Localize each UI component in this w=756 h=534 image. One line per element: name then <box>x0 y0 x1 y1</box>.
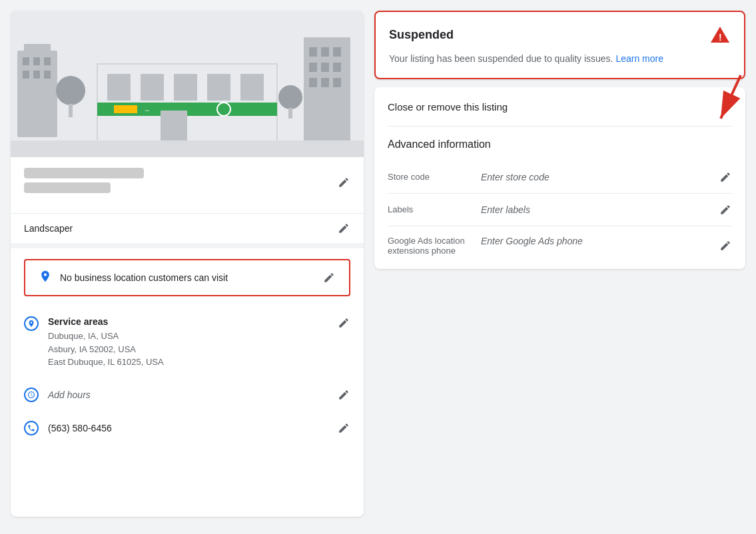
svg-rect-8 <box>44 71 51 79</box>
svg-rect-12 <box>333 47 341 57</box>
svg-rect-18 <box>333 78 341 87</box>
suspended-body: Your listing has been suspended due to q… <box>389 52 731 66</box>
learn-more-link[interactable]: Learn more <box>615 53 663 64</box>
service-areas-row: Service areas Dubuque, IA, USA Asbury, I… <box>11 307 364 378</box>
close-listing-row[interactable]: Close or remove this listing ∨ <box>374 87 745 126</box>
add-hours-row: Add hours <box>11 378 364 411</box>
clock-icon <box>24 388 39 402</box>
svg-text:!: ! <box>719 32 722 43</box>
svg-rect-29 <box>240 74 264 101</box>
right-panel: Suspended ! Your listing has been suspen… <box>374 11 745 517</box>
section-divider <box>11 243 364 248</box>
phone-edit-button[interactable] <box>337 421 350 435</box>
warning-icon: ! <box>709 24 731 45</box>
location-row: No business location customers can visit <box>24 259 350 296</box>
svg-rect-25 <box>107 74 131 101</box>
hero-illustration: ～ <box>11 11 364 157</box>
svg-point-33 <box>217 103 230 116</box>
chevron-down-icon: ∨ <box>723 99 732 114</box>
google-ads-phone-left: Google Ads location extensions phone Ent… <box>388 236 583 256</box>
store-code-row: Store code Enter store code <box>388 161 732 194</box>
svg-rect-22 <box>288 108 292 119</box>
category-label: Landscaper <box>24 223 73 234</box>
blurred-name-line2 <box>24 182 111 193</box>
svg-rect-14 <box>321 63 329 72</box>
suspended-title: Suspended <box>389 28 454 42</box>
svg-rect-10 <box>309 47 317 57</box>
svg-rect-5 <box>44 57 51 65</box>
blurred-name-line1 <box>24 168 144 178</box>
service-areas-edit-button[interactable] <box>337 316 350 330</box>
phone-inner: (563) 580-6456 <box>24 421 112 435</box>
google-ads-phone-value: Enter Google Ads phone <box>481 236 583 256</box>
info-panel: Close or remove this listing ∨ Advanced … <box>374 87 745 269</box>
suspended-card: Suspended ! Your listing has been suspen… <box>374 11 745 79</box>
svg-rect-26 <box>141 74 164 101</box>
business-name-row <box>24 168 350 197</box>
google-ads-phone-label: Google Ads location extensions phone <box>388 236 481 256</box>
business-name-blurred <box>24 168 144 197</box>
suspended-text: Your listing has been suspended due to q… <box>389 53 613 64</box>
svg-rect-31 <box>114 105 137 113</box>
labels-edit-button[interactable] <box>719 203 732 216</box>
svg-rect-34 <box>11 140 364 157</box>
close-listing-label: Close or remove this listing <box>388 101 508 113</box>
labels-label: Labels <box>388 204 481 215</box>
service-area-icon <box>24 316 39 331</box>
location-edit-button[interactable] <box>322 271 336 284</box>
svg-rect-3 <box>23 57 29 65</box>
phone-row: (563) 580-6456 <box>11 411 364 445</box>
phone-number: (563) 580-6456 <box>48 423 112 433</box>
svg-rect-27 <box>174 74 197 101</box>
svg-rect-28 <box>207 74 230 101</box>
svg-rect-17 <box>321 78 329 87</box>
phone-icon <box>24 421 39 435</box>
business-info-section <box>11 157 364 213</box>
suspended-header: Suspended ! <box>389 24 731 45</box>
advanced-info-title: Advanced information <box>388 138 732 150</box>
svg-point-19 <box>56 76 85 105</box>
labels-left: Labels Enter labels <box>388 204 530 215</box>
store-code-value: Enter store code <box>481 172 550 182</box>
svg-rect-20 <box>69 104 73 117</box>
svg-point-21 <box>278 85 302 109</box>
store-code-left: Store code Enter store code <box>388 172 550 182</box>
store-code-edit-button[interactable] <box>719 170 732 184</box>
business-name-edit-button[interactable] <box>337 176 350 189</box>
service-areas-inner: Service areas Dubuque, IA, USA Asbury, I… <box>24 316 164 369</box>
store-code-label: Store code <box>388 172 481 182</box>
service-area-1: Dubuque, IA, USA <box>48 330 164 343</box>
google-ads-phone-row: Google Ads location extensions phone Ent… <box>388 226 732 269</box>
svg-rect-2 <box>24 44 51 57</box>
location-text: No business location customers can visit <box>60 272 228 283</box>
advanced-information-section: Advanced information Store code Enter st… <box>374 127 745 269</box>
hours-inner: Add hours <box>24 388 91 402</box>
svg-rect-4 <box>33 57 40 65</box>
service-area-3: East Dubuque, IL 61025, USA <box>48 356 164 369</box>
labels-row: Labels Enter labels <box>388 194 732 226</box>
category-edit-button[interactable] <box>337 222 350 235</box>
svg-rect-15 <box>333 63 341 72</box>
svg-rect-13 <box>309 63 317 72</box>
svg-rect-11 <box>321 47 329 57</box>
svg-rect-16 <box>309 78 317 87</box>
google-ads-phone-edit-button[interactable] <box>719 239 732 252</box>
labels-value: Enter labels <box>481 204 530 215</box>
svg-rect-7 <box>33 71 40 79</box>
service-areas-content: Service areas Dubuque, IA, USA Asbury, I… <box>48 316 164 369</box>
add-hours-label: Add hours <box>48 390 91 400</box>
location-row-inner: No business location customers can visit <box>39 270 228 286</box>
left-panel: ～ Landscaper <box>11 11 364 517</box>
service-areas-title: Service areas <box>48 316 164 327</box>
svg-text:～: ～ <box>144 107 151 114</box>
service-area-2: Asbury, IA 52002, USA <box>48 343 164 356</box>
location-pin-icon <box>39 270 52 286</box>
business-category-row: Landscaper <box>11 213 364 243</box>
hours-edit-button[interactable] <box>337 388 350 401</box>
svg-rect-6 <box>23 71 29 79</box>
